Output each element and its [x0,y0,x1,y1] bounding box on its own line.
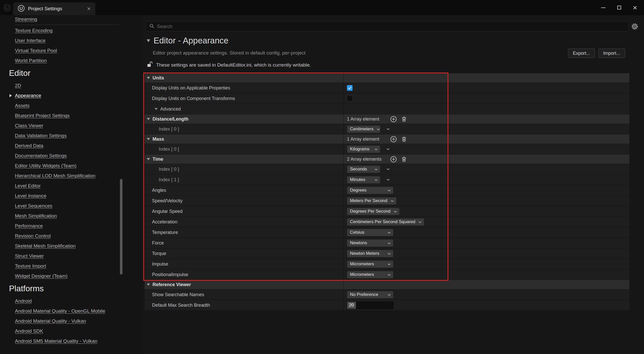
sidebar-item-virtual-texture-pool[interactable]: Virtual Texture Pool [0,46,142,56]
delete-array-icon[interactable] [401,116,408,123]
page-title: Editor - Appearance [154,36,229,46]
collapse-triangle-icon[interactable] [147,284,150,286]
sidebar-item-android[interactable]: Android [0,296,142,306]
sidebar-item-label: Level Editor [15,183,41,189]
sidebar-item-label: Virtual Texture Pool [15,48,57,53]
array-index-label: Index [ 0 ] [145,126,179,132]
array-count: 1 Array element [347,116,390,122]
dropdown-value: Centimeters Per Second Squared [350,219,415,224]
default-max-search-breadth-input[interactable]: 20 [347,302,393,309]
collapse-triangle-icon[interactable] [147,158,150,160]
category-row-mass[interactable]: Mass 1 Array element [145,134,629,144]
sidebar-item-assets[interactable]: Assets [0,101,142,111]
acceleration-dropdown[interactable]: Centimeters Per Second Squared [347,218,424,226]
category-row-time[interactable]: Time 2 Array elements [145,155,629,164]
sidebar-item-derived-data[interactable]: Derived Data [0,141,142,151]
category-row-distance-length[interactable]: Distance/Length 1 Array element [145,114,629,124]
settings-gear-icon[interactable] [629,21,640,31]
mass-unit-dropdown[interactable]: Kilograms [347,146,380,153]
sidebar-item-android-sdk[interactable]: Android SDK [0,326,142,336]
sidebar-item-android-mq-opengl[interactable]: Android Material Quality - OpenGL Mobile [0,306,142,316]
settings-main-panel: Editor - Appearance Editor project appea… [142,15,644,354]
setting-label: Angles [145,188,166,193]
display-units-properties-checkbox[interactable] [347,85,353,91]
show-searchable-names-dropdown[interactable]: No Preference [347,291,393,298]
time-unit-dropdown-0[interactable]: Seconds [347,166,380,173]
sidebar-item-editor-utility-widgets[interactable]: Editor Utility Widgets (Team) [0,161,142,171]
chevron-down-icon [387,251,391,256]
chevron-down-icon [387,240,391,246]
setting-row-time-index-0: Index [ 0 ] Seconds [145,164,629,175]
impulse-dropdown[interactable]: Micrometers [347,260,393,268]
sidebar-item-texture-encoding[interactable]: Texture Encoding [0,25,142,35]
sidebar-item-blueprint-project-settings[interactable]: Blueprint Project Settings [0,111,142,121]
positional-impulse-dropdown[interactable]: Micrometers [347,271,393,278]
export-button[interactable]: Export... [568,49,595,58]
display-units-transforms-checkbox[interactable] [347,96,353,101]
setting-label: Impulse [145,261,168,267]
sidebar-item-streaming[interactable]: Streaming [0,15,142,24]
dropdown-value: Meters Per Second [350,198,387,203]
sidebar-item-documentation-settings[interactable]: Documentation Settings [0,151,142,161]
array-element-options-dropdown[interactable] [386,168,390,170]
collapse-triangle-icon[interactable] [147,39,150,42]
tab-project-settings[interactable]: Project Settings × [13,2,95,15]
setting-row-distance-index-0: Index [ 0 ] Centimeters [145,124,629,134]
setting-row-mass-index-0: Index [ 0 ] Kilograms [145,144,629,155]
sidebar-item-appearance[interactable]: Appearance [0,90,142,101]
add-array-element-icon[interactable] [390,136,397,143]
add-array-element-icon[interactable] [390,116,397,123]
collapse-triangle-icon[interactable] [147,118,150,120]
time-unit-dropdown-1[interactable]: Minutes [347,176,380,184]
close-button[interactable]: × [627,0,643,15]
setting-row-time-index-1: Index [ 1 ] Minutes [145,175,629,185]
array-element-options-dropdown[interactable] [386,128,390,130]
array-count: 1 Array element [347,137,390,142]
torque-dropdown[interactable]: Newton Meters [347,250,393,257]
force-dropdown[interactable]: Newtons [347,239,393,247]
dropdown-value: Degrees Per Second [350,209,391,214]
setting-row-advanced[interactable]: Advanced [145,104,629,114]
advanced-label: Advanced [160,106,181,112]
collapse-triangle-icon[interactable] [147,77,150,79]
chevron-down-icon [387,230,391,235]
search-bar[interactable] [146,21,629,31]
delete-array-icon[interactable] [401,156,408,163]
category-row-units[interactable]: Units [145,73,629,83]
angles-dropdown[interactable]: Degrees [347,187,393,194]
minimize-button[interactable] [595,0,611,15]
sidebar-item-user-interface[interactable]: User Interface [0,35,142,46]
maximize-button[interactable] [611,0,627,15]
speed-velocity-dropdown[interactable]: Meters Per Second [347,197,396,205]
search-icon [149,23,154,30]
header-buttons: Export... Import... [568,49,625,58]
category-row-reference-viewer[interactable]: Reference Viewer [145,280,629,289]
search-input[interactable] [157,24,625,29]
sidebar-scrollbar[interactable] [120,179,122,275]
tab-close-icon[interactable]: × [87,6,91,12]
setting-label: Torque [145,251,166,256]
sidebar-item-android-mq-vulkan[interactable]: Android Material Quality - Vulkan [0,316,142,326]
setting-label: Angular Speed [145,209,183,214]
collapse-triangle-icon[interactable] [155,108,158,110]
temperature-dropdown[interactable]: Celsius [347,229,393,236]
sidebar-item-label: Skeletal Mesh Simplification [15,243,76,249]
array-element-options-dropdown[interactable] [386,148,390,150]
sidebar-item-android-sm5-mq-vulkan[interactable]: Android SM5 Material Quality - Vulkan [0,336,142,346]
import-button[interactable]: Import... [598,49,625,58]
array-element-options-dropdown[interactable] [386,179,390,181]
sidebar-section-platforms: Platforms [0,281,142,296]
setting-label: Default Max Search Breadth [145,303,210,308]
add-array-element-icon[interactable] [390,156,397,163]
sidebar-item-label: Streaming [15,16,37,22]
delete-array-icon[interactable] [401,136,408,143]
distance-unit-dropdown[interactable]: Centimeters [347,125,380,133]
dropdown-value: Micrometers [350,272,374,277]
sidebar-item-2d[interactable]: 2D [0,80,142,90]
sidebar-item-class-viewer[interactable]: Class Viewer [0,121,142,131]
collapse-triangle-icon[interactable] [147,138,150,140]
setting-row-force: Force Newtons [145,238,629,248]
sidebar-item-world-partition[interactable]: World Partition [0,56,142,66]
angular-speed-dropdown[interactable]: Degrees Per Second [347,208,400,215]
sidebar-item-data-validation-settings[interactable]: Data Validation Settings [0,131,142,141]
